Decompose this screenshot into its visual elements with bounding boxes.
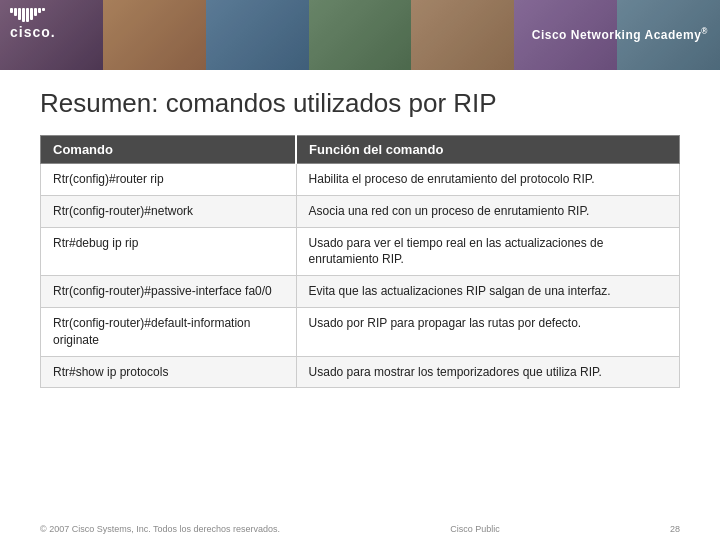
table-cell-function: Usado para mostrar los temporizadores qu… — [296, 356, 679, 388]
table-cell-function: Habilita el proceso de enrutamiento del … — [296, 164, 679, 196]
page-title: Resumen: comandos utilizados por RIP — [40, 88, 680, 119]
table-row: Rtr#show ip protocolsUsado para mostrar … — [41, 356, 680, 388]
table-cell-command: Rtr(config-router)#network — [41, 195, 297, 227]
table-cell-command: Rtr#show ip protocols — [41, 356, 297, 388]
table-row: Rtr(config-router)#default-information o… — [41, 307, 680, 356]
table-row: Rtr(config-router)#networkAsocia una red… — [41, 195, 680, 227]
main-content: Resumen: comandos utilizados por RIP Com… — [0, 70, 720, 398]
table-cell-function: Usado para ver el tiempo real en las act… — [296, 227, 679, 276]
commands-table: Comando Función del comando Rtr(config)#… — [40, 135, 680, 388]
table-cell-function: Usado por RIP para propagar las rutas po… — [296, 307, 679, 356]
header-banner: cisco. Cisco Networking Academy® — [0, 0, 720, 70]
cisco-logo: cisco. — [10, 8, 56, 40]
table-cell-command: Rtr(config)#router rip — [41, 164, 297, 196]
table-header-row: Comando Función del comando — [41, 136, 680, 164]
table-row: Rtr(config-router)#passive-interface fa0… — [41, 276, 680, 308]
cisco-wordmark: cisco. — [10, 24, 56, 40]
footer: © 2007 Cisco Systems, Inc. Todos los der… — [0, 524, 720, 534]
table-row: Rtr(config)#router ripHabilita el proces… — [41, 164, 680, 196]
table-cell-command: Rtr#debug ip rip — [41, 227, 297, 276]
academy-symbol: ® — [701, 26, 708, 36]
footer-page-number: 28 — [670, 524, 680, 534]
academy-label: Cisco Networking Academy — [532, 28, 702, 42]
table-cell-command: Rtr(config-router)#passive-interface fa0… — [41, 276, 297, 308]
table-cell-function: Asocia una red con un proceso de enrutam… — [296, 195, 679, 227]
table-cell-command: Rtr(config-router)#default-information o… — [41, 307, 297, 356]
footer-label: Cisco Public — [450, 524, 500, 534]
table-row: Rtr#debug ip ripUsado para ver el tiempo… — [41, 227, 680, 276]
academy-branding: Cisco Networking Academy® — [532, 26, 708, 43]
footer-copyright: © 2007 Cisco Systems, Inc. Todos los der… — [40, 524, 280, 534]
column-header-function: Función del comando — [296, 136, 679, 164]
column-header-command: Comando — [41, 136, 297, 164]
table-cell-function: Evita que las actualizaciones RIP salgan… — [296, 276, 679, 308]
